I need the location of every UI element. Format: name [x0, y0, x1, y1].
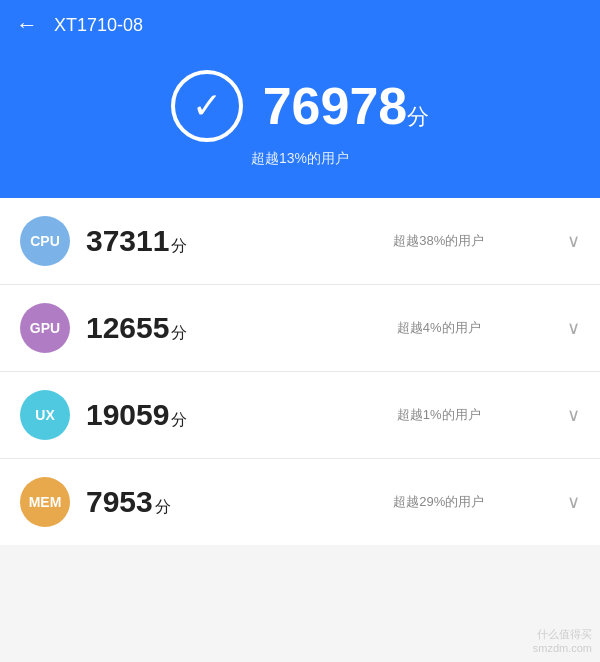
total-score-block: 76978分 — [263, 76, 430, 136]
chevron-cpu[interactable]: ∨ — [567, 230, 580, 252]
total-score-value: 76978 — [263, 77, 408, 135]
item-row-mem[interactable]: MEM 7953分 超越29%的用户 ∨ — [0, 459, 600, 545]
score-block-gpu: 12655分 — [86, 311, 311, 345]
score-num-gpu: 12655 — [86, 311, 169, 345]
score-row: ✓ 76978分 — [171, 70, 430, 142]
score-num-mem: 7953 — [86, 485, 153, 519]
score-unit: 分 — [407, 104, 429, 129]
back-button[interactable]: ← — [16, 12, 38, 38]
item-row-cpu[interactable]: CPU 37311分 超越38%的用户 ∨ — [0, 198, 600, 285]
item-row-gpu[interactable]: GPU 12655分 超越4%的用户 ∨ — [0, 285, 600, 372]
icon-mem: MEM — [20, 477, 70, 527]
percentile-mem: 超越29%的用户 — [327, 493, 552, 511]
watermark: 什么值得买smzdm.com — [533, 627, 592, 654]
percentile-gpu: 超越4%的用户 — [327, 319, 552, 337]
percentile-cpu: 超越38%的用户 — [327, 232, 552, 250]
icon-gpu: GPU — [20, 303, 70, 353]
score-fen-ux: 分 — [171, 410, 187, 431]
score-num-cpu: 37311 — [86, 224, 169, 258]
score-num-ux: 19059 — [86, 398, 169, 432]
device-title: XT1710-08 — [54, 15, 143, 36]
item-row-ux[interactable]: UX 19059分 超越1%的用户 ∨ — [0, 372, 600, 459]
score-block-mem: 7953分 — [86, 485, 311, 519]
header: ← XT1710-08 — [0, 0, 600, 50]
score-section: ✓ 76978分 超越13%的用户 — [0, 50, 600, 198]
check-icon: ✓ — [192, 88, 222, 124]
check-circle: ✓ — [171, 70, 243, 142]
chevron-gpu[interactable]: ∨ — [567, 317, 580, 339]
icon-cpu: CPU — [20, 216, 70, 266]
score-fen-mem: 分 — [155, 497, 171, 518]
score-block-ux: 19059分 — [86, 398, 311, 432]
score-fen-gpu: 分 — [171, 323, 187, 344]
items-list: CPU 37311分 超越38%的用户 ∨ GPU 12655分 超越4%的用户… — [0, 198, 600, 545]
chevron-mem[interactable]: ∨ — [567, 491, 580, 513]
score-block-cpu: 37311分 — [86, 224, 311, 258]
percentile-ux: 超越1%的用户 — [327, 406, 552, 424]
score-fen-cpu: 分 — [171, 236, 187, 257]
icon-ux: UX — [20, 390, 70, 440]
score-subtitle: 超越13%的用户 — [251, 150, 349, 168]
chevron-ux[interactable]: ∨ — [567, 404, 580, 426]
